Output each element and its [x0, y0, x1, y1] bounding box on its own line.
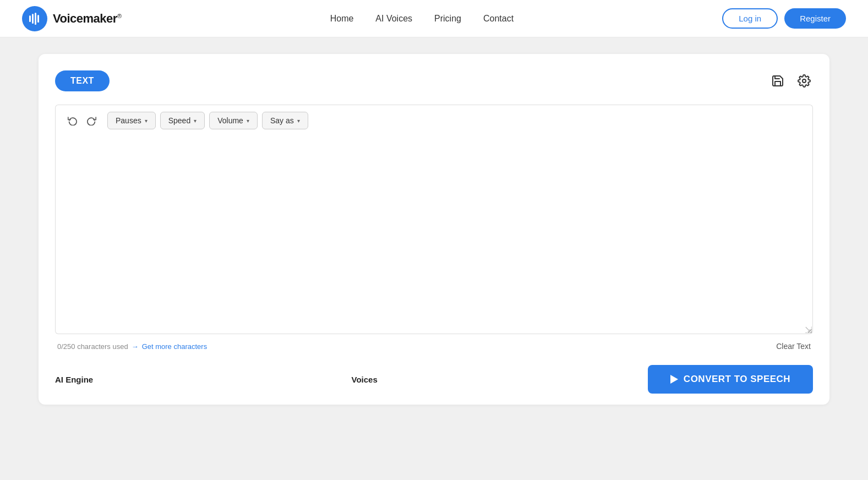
redo-button[interactable] — [83, 113, 100, 128]
say-as-chevron-icon: ▾ — [297, 118, 300, 124]
register-button[interactable]: Register — [784, 8, 846, 29]
clear-text-button[interactable]: Clear Text — [776, 342, 811, 351]
arrow-right-icon: → — [132, 342, 139, 351]
svg-rect-2 — [35, 13, 36, 25]
convert-label: CONVERT TO SPEECH — [684, 374, 790, 385]
main-card: TEXT — [39, 54, 829, 405]
save-button[interactable] — [769, 72, 787, 90]
ai-engine-section: AI Engine — [55, 375, 220, 384]
undo-icon — [68, 116, 78, 126]
login-button[interactable]: Log in — [722, 8, 778, 29]
nav-links: Home AI Voices Pricing Contact — [330, 14, 514, 24]
nav-link-ai-voices[interactable]: AI Voices — [375, 14, 412, 24]
convert-to-speech-button[interactable]: CONVERT TO SPEECH — [648, 365, 813, 394]
brand-logo — [22, 6, 47, 31]
brand-name: Voicemaker® — [53, 12, 122, 26]
svg-rect-3 — [37, 15, 39, 23]
speed-dropdown[interactable]: Speed ▾ — [160, 112, 205, 129]
nav-link-pricing[interactable]: Pricing — [434, 14, 461, 24]
main-content: TEXT — [0, 37, 868, 421]
nav-link-contact[interactable]: Contact — [483, 14, 514, 24]
nav-link-home[interactable]: Home — [330, 14, 354, 24]
volume-chevron-icon: ▾ — [247, 118, 249, 124]
settings-button[interactable] — [795, 72, 813, 90]
char-count-text: 0/250 characters used — [57, 342, 128, 351]
redo-icon — [86, 116, 96, 126]
play-icon — [670, 375, 678, 384]
undo-redo-group — [64, 113, 100, 128]
voices-section: Voices — [352, 375, 517, 384]
text-editor-wrapper: ⇲ — [55, 136, 813, 336]
svg-rect-1 — [32, 14, 34, 24]
text-tab-button[interactable]: TEXT — [55, 70, 110, 91]
ai-engine-label: AI Engine — [55, 375, 220, 384]
char-count-left: 0/250 characters used → Get more charact… — [57, 342, 207, 351]
brand-icon — [28, 12, 42, 26]
card-header-icons — [769, 72, 813, 90]
voices-label: Voices — [352, 375, 517, 384]
say-as-dropdown[interactable]: Say as ▾ — [262, 112, 308, 129]
get-more-characters-link[interactable]: Get more characters — [142, 342, 208, 351]
speed-chevron-icon: ▾ — [194, 118, 196, 124]
card-header: TEXT — [55, 70, 813, 91]
pauses-chevron-icon: ▾ — [145, 118, 148, 124]
volume-dropdown[interactable]: Volume ▾ — [209, 112, 258, 129]
svg-point-4 — [803, 79, 806, 83]
svg-rect-0 — [29, 15, 31, 22]
bottom-row: AI Engine Voices CONVERT TO SPEECH — [55, 356, 813, 405]
navbar-actions: Log in Register — [722, 8, 846, 29]
editor-toolbar: Pauses ▾ Speed ▾ Volume ▾ Say as ▾ — [55, 105, 813, 136]
text-editor[interactable] — [55, 136, 813, 334]
save-icon — [771, 74, 784, 88]
pauses-dropdown[interactable]: Pauses ▾ — [107, 112, 156, 129]
brand: Voicemaker® — [22, 6, 122, 31]
settings-icon — [798, 74, 811, 88]
char-count-row: 0/250 characters used → Get more charact… — [55, 336, 813, 356]
navbar: Voicemaker® Home AI Voices Pricing Conta… — [0, 0, 868, 37]
undo-button[interactable] — [64, 113, 81, 128]
